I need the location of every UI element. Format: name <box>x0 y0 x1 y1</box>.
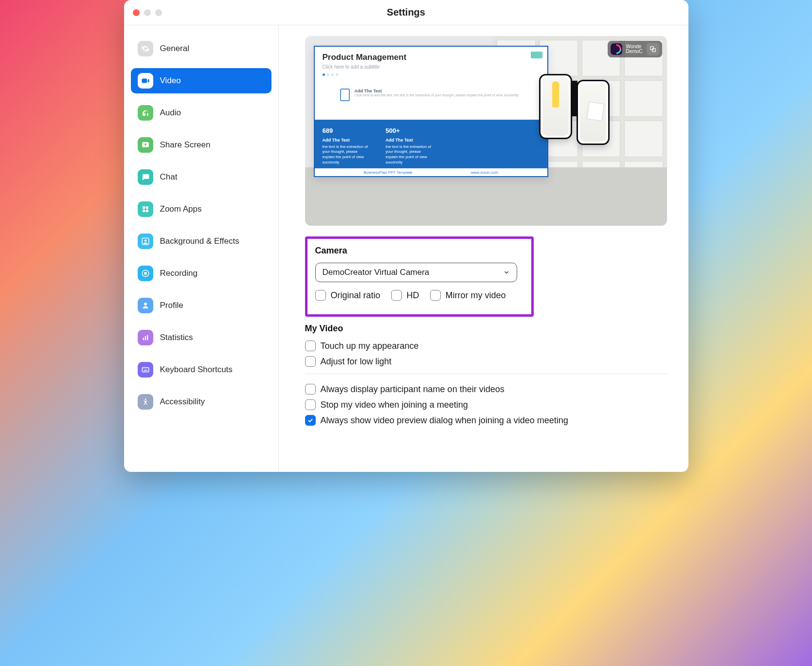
sidebar-item-label: General <box>160 44 189 54</box>
checkbox-box <box>305 341 316 351</box>
svg-rect-11 <box>144 336 145 340</box>
svg-point-8 <box>144 272 147 275</box>
camera-section-title: Camera <box>315 246 523 256</box>
camera-section-highlight: Camera DemoCreator Virtual Camera Origin… <box>305 236 534 317</box>
settings-window: Settings GeneralVideoAudioShare ScreenCh… <box>124 0 688 472</box>
svg-rect-10 <box>143 338 144 340</box>
sidebar-item-audio[interactable]: Audio <box>131 100 271 126</box>
watermark-logo-icon <box>611 43 622 55</box>
checkbox-label: Original ratio <box>331 290 380 301</box>
svg-point-9 <box>144 303 147 306</box>
camera-select[interactable]: DemoCreator Virtual Camera <box>315 263 517 282</box>
user-icon <box>138 298 153 313</box>
checkbox-hd[interactable]: HD <box>391 290 419 301</box>
rotate-preview-button[interactable] <box>647 43 659 55</box>
sidebar: GeneralVideoAudioShare ScreenChatZoom Ap… <box>124 25 279 472</box>
checkbox-label: Adjust for low light <box>321 357 392 367</box>
sidebar-item-video[interactable]: Video <box>131 68 271 93</box>
sidebar-item-background-effects[interactable]: Background & Effects <box>131 229 271 254</box>
share-screen-icon <box>138 137 153 153</box>
slide-title: Product Management <box>323 53 540 62</box>
headphones-icon <box>138 105 153 121</box>
sidebar-item-label: Background & Effects <box>160 236 239 246</box>
sidebar-item-label: Video <box>160 76 181 86</box>
slide-preview: Product Management Click here to add a s… <box>314 46 548 177</box>
camera-preview: Product Management Click here to add a s… <box>305 36 667 226</box>
svg-rect-1 <box>143 206 145 209</box>
checkbox-box <box>305 415 316 426</box>
checkbox-stop-my-video-when-joining-a-meeting[interactable]: Stop my video when joining a meeting <box>305 399 667 410</box>
checkbox-adjust-for-low-light[interactable]: Adjust for low light <box>305 356 667 367</box>
person-frame-icon <box>138 234 153 249</box>
checkbox-original-ratio[interactable]: Original ratio <box>315 290 380 301</box>
checkbox-label: Stop my video when joining a meeting <box>321 400 468 410</box>
sidebar-item-label: Chat <box>160 172 178 182</box>
phone-mockup-2 <box>577 80 610 145</box>
checkbox-box <box>305 356 316 367</box>
sidebar-item-general[interactable]: General <box>131 36 271 61</box>
window-title: Settings <box>124 7 688 18</box>
titlebar: Settings <box>124 0 688 25</box>
svg-rect-4 <box>145 210 148 212</box>
checkbox-touch-up-my-appearance[interactable]: Touch up my appearance <box>305 341 667 351</box>
gear-icon <box>138 41 153 56</box>
svg-point-18 <box>144 398 146 400</box>
checkbox-box <box>430 290 441 301</box>
sidebar-item-label: Profile <box>160 301 183 310</box>
svg-point-15 <box>144 369 145 370</box>
checkbox-label: Mirror my video <box>446 290 506 301</box>
video-icon <box>138 73 153 89</box>
checkbox-box <box>305 384 316 395</box>
svg-point-16 <box>146 369 147 370</box>
checkbox-label: HD <box>407 290 419 301</box>
checkbox-box <box>315 290 326 301</box>
svg-rect-13 <box>142 368 149 372</box>
checkbox-box <box>391 290 402 301</box>
bar-chart-icon <box>138 330 153 345</box>
sidebar-item-recording[interactable]: Recording <box>131 261 271 286</box>
maximize-window-button[interactable] <box>155 9 162 16</box>
sidebar-item-label: Recording <box>160 269 198 278</box>
record-icon <box>138 266 153 281</box>
sidebar-item-label: Statistics <box>160 333 193 342</box>
checkbox-always-show-video-preview-dialog-when-joining-a-video-meeting[interactable]: Always show video preview dialog when jo… <box>305 415 667 426</box>
checkbox-label: Always display participant name on their… <box>321 384 505 395</box>
sidebar-item-label: Accessibility <box>160 397 205 407</box>
apps-icon <box>138 201 153 217</box>
sidebar-item-zoom-apps[interactable]: Zoom Apps <box>131 197 271 222</box>
sidebar-item-label: Keyboard Shortcuts <box>160 365 233 375</box>
sidebar-item-keyboard-shortcuts[interactable]: Keyboard Shortcuts <box>131 357 271 382</box>
svg-rect-3 <box>143 210 145 212</box>
checkbox-always-display-participant-name-on-their-videos[interactable]: Always display participant name on their… <box>305 384 667 395</box>
slide-subtitle: Click here to add a subtitle <box>323 64 540 70</box>
checkbox-box <box>305 399 316 410</box>
svg-rect-17 <box>144 370 147 371</box>
sidebar-item-accessibility[interactable]: Accessibility <box>131 389 271 414</box>
my-video-section-title: My Video <box>305 324 667 334</box>
checkbox-mirror-my-video[interactable]: Mirror my video <box>430 290 506 301</box>
divider <box>305 374 667 374</box>
svg-rect-2 <box>145 206 148 209</box>
content-pane: Product Management Click here to add a s… <box>279 25 688 472</box>
checkbox-label: Always show video preview dialog when jo… <box>321 415 568 426</box>
sidebar-item-profile[interactable]: Profile <box>131 293 271 318</box>
minimize-window-button[interactable] <box>144 9 151 16</box>
watermark: Wonde DemoC <box>608 41 662 57</box>
checkbox-label: Touch up my appearance <box>321 341 419 351</box>
chat-icon <box>138 169 153 185</box>
sidebar-item-chat[interactable]: Chat <box>131 164 271 190</box>
sidebar-item-label: Zoom Apps <box>160 204 202 214</box>
svg-point-6 <box>144 239 146 242</box>
svg-point-14 <box>143 369 144 370</box>
sidebar-item-statistics[interactable]: Statistics <box>131 325 271 350</box>
accessibility-icon <box>138 394 153 410</box>
sidebar-item-label: Audio <box>160 108 181 118</box>
close-window-button[interactable] <box>133 9 140 16</box>
phone-mockup-1 <box>539 74 572 139</box>
keyboard-icon <box>138 362 153 378</box>
sidebar-item-share-screen[interactable]: Share Screen <box>131 132 271 158</box>
camera-select-value: DemoCreator Virtual Camera <box>323 268 430 277</box>
sidebar-item-label: Share Screen <box>160 140 211 150</box>
window-controls <box>133 9 162 16</box>
svg-rect-12 <box>147 335 148 341</box>
